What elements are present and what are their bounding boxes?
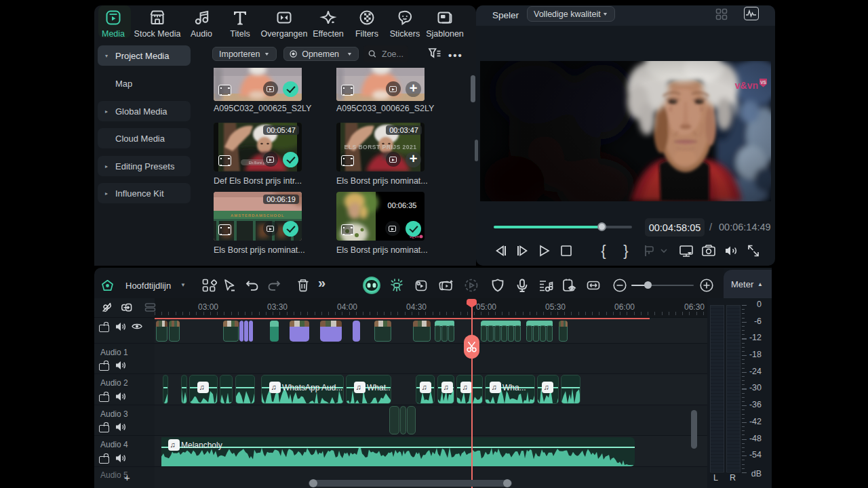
svg-text:00:06:35: 00:06:35 [388, 201, 417, 209]
svg-text:}: } [623, 243, 628, 259]
svg-text:ELS BORST PRIJS 2021: ELS BORST PRIJS 2021 [344, 144, 417, 150]
svg-text:AMSTERDAMSCHOOL: AMSTERDAMSCHOOL [231, 214, 285, 218]
svg-text:{: { [601, 243, 606, 259]
